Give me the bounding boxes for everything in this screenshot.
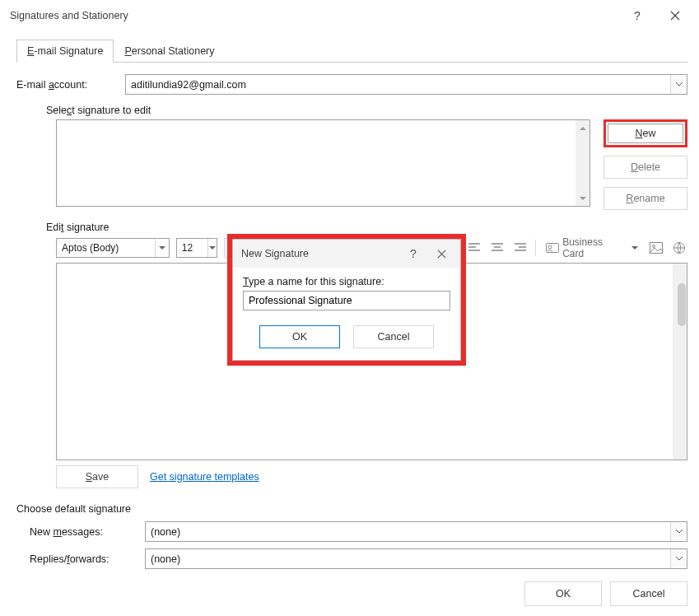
help-button[interactable]: ? (618, 3, 656, 28)
close-button[interactable] (656, 3, 694, 28)
modal-cancel-button[interactable]: Cancel (353, 325, 434, 348)
signature-buttons: New Delete Rename (603, 119, 687, 210)
tab-email-signature[interactable]: E-mail Signature (16, 40, 114, 63)
scroll-up-icon[interactable] (576, 120, 589, 135)
modal-ok-button[interactable]: OK (259, 325, 340, 348)
new-messages-combo[interactable]: (none) (145, 521, 687, 542)
font-size-dropdown[interactable] (207, 239, 217, 257)
window-title: Signatures and Stationery (10, 10, 128, 21)
insert-picture-button[interactable] (648, 240, 664, 256)
new-messages-dropdown[interactable] (670, 522, 687, 541)
email-account-combo[interactable]: aditilundia92@gmail.com (125, 74, 687, 95)
tab-personal-stationery[interactable]: Personal Stationery (114, 40, 225, 63)
chevron-down-icon (676, 557, 683, 561)
replies-label: Replies/forwards: (30, 553, 145, 565)
delete-signature-button[interactable]: Delete (603, 156, 687, 179)
picture-icon (650, 242, 663, 254)
font-name-value: Aptos (Body) (57, 242, 123, 254)
new-messages-label: New messages: (30, 526, 145, 538)
font-size-combo[interactable]: 12 (176, 238, 217, 258)
align-left-icon (468, 243, 480, 253)
replies-row: Replies/forwards: (none) (16, 548, 687, 569)
close-icon (437, 250, 446, 259)
editor-scroll-thumb[interactable] (678, 283, 686, 326)
font-name-dropdown[interactable] (155, 239, 169, 257)
replies-value: (none) (146, 553, 185, 565)
save-row: Save Get signature templates (56, 465, 687, 488)
close-icon (670, 11, 680, 21)
chevron-down-icon (209, 246, 216, 250)
chevron-down-icon (159, 246, 165, 250)
ok-button[interactable]: OK (524, 581, 602, 606)
align-right-icon (515, 243, 526, 253)
new-button-highlight: New (603, 119, 687, 147)
business-card-icon (546, 243, 559, 253)
align-center-icon (492, 243, 503, 253)
chevron-down-icon (631, 246, 638, 250)
font-name-combo[interactable]: Aptos (Body) (56, 238, 170, 258)
new-signature-button[interactable]: New (608, 124, 683, 143)
dialog-footer: OK Cancel (524, 581, 687, 606)
chevron-down-icon (676, 530, 683, 534)
help-icon: ? (634, 9, 641, 22)
title-bar: Signatures and Stationery ? (0, 0, 699, 31)
modal-help-button[interactable]: ? (399, 242, 427, 265)
new-messages-row: New messages: (none) (16, 521, 687, 542)
email-account-row: E-mail account: aditilundia92@gmail.com (16, 74, 687, 95)
chevron-down-icon (676, 82, 683, 86)
business-card-button[interactable]: Business Card (543, 239, 641, 257)
email-account-label: E-mail account: (16, 79, 125, 91)
modal-close-button[interactable] (427, 242, 455, 265)
modal-titlebar: New Signature ? (233, 240, 460, 268)
signature-name-input[interactable] (243, 291, 450, 310)
modal-prompt: Type a name for this signature: (243, 276, 450, 287)
new-signature-modal: New Signature ? Type a name for this sig… (232, 239, 461, 361)
choose-default-label: Choose default signature (16, 503, 687, 515)
insert-link-button[interactable] (671, 240, 687, 256)
new-signature-modal-highlight: New Signature ? Type a name for this sig… (227, 234, 466, 366)
signature-listbox[interactable] (56, 119, 590, 207)
save-button[interactable]: Save (56, 465, 138, 488)
select-signature-label: Select signature to edit (46, 105, 687, 116)
align-center-button[interactable] (489, 240, 506, 256)
svg-rect-2 (650, 243, 663, 254)
listbox-scrollbar[interactable] (576, 120, 589, 206)
link-icon (673, 241, 686, 254)
align-right-button[interactable] (512, 240, 529, 256)
new-messages-value: (none) (146, 526, 185, 538)
signatures-dialog: Signatures and Stationery ? E-mail Signa… (0, 0, 699, 616)
svg-point-3 (653, 245, 655, 248)
modal-buttons: OK Cancel (243, 325, 450, 348)
email-account-value: aditilundia92@gmail.com (126, 79, 251, 91)
signature-list-row: New Delete Rename (16, 119, 687, 210)
get-templates-link[interactable]: Get signature templates (150, 471, 259, 483)
business-card-label: Business Card (562, 236, 627, 259)
email-account-dropdown[interactable] (670, 75, 687, 94)
rename-signature-button[interactable]: Rename (603, 187, 687, 210)
cancel-button[interactable]: Cancel (610, 581, 687, 606)
edit-signature-label: Edit signature (46, 222, 687, 233)
font-size-value: 12 (177, 242, 198, 254)
tab-strip: E-mail Signature Personal Stationery (16, 38, 226, 63)
replies-dropdown[interactable] (670, 549, 687, 568)
help-icon: ? (410, 247, 417, 260)
toolbar-separator (535, 240, 536, 256)
modal-body: Type a name for this signature: OK Cance… (233, 268, 460, 360)
scroll-down-icon[interactable] (576, 191, 589, 206)
align-left-button[interactable] (466, 240, 482, 256)
modal-title: New Signature (241, 248, 309, 259)
svg-point-1 (548, 245, 552, 249)
replies-combo[interactable]: (none) (145, 548, 687, 569)
